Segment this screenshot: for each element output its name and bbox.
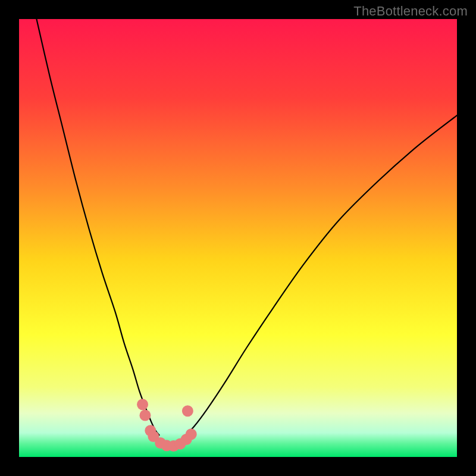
marker-dot	[137, 399, 148, 410]
chart-frame: TheBottleneck.com	[0, 0, 476, 476]
marker-dot	[182, 405, 193, 416]
curve-right	[186, 115, 457, 435]
curve-left	[36, 19, 159, 435]
marker-group	[137, 399, 197, 452]
watermark-text: TheBottleneck.com	[353, 4, 468, 19]
marker-dot	[139, 410, 151, 421]
marker-dot	[186, 428, 197, 440]
curve-layer	[19, 19, 457, 457]
plot-area	[19, 19, 457, 457]
